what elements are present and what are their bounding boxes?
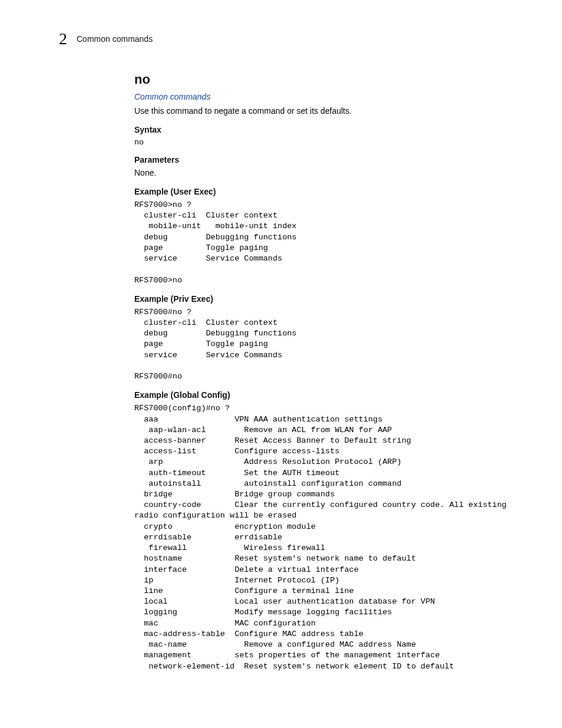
syntax-text: no xyxy=(134,138,511,147)
page-header: 2 Common commands xyxy=(59,29,515,48)
breadcrumb-link[interactable]: Common commands xyxy=(134,92,511,101)
command-title: no xyxy=(134,72,511,87)
example-global-config-heading: Example (Global Config) xyxy=(134,390,511,400)
chapter-number: 2 xyxy=(59,29,67,48)
page-content: no Common commands Use this command to n… xyxy=(134,72,511,672)
chapter-title: Common commands xyxy=(77,34,153,44)
example-global-config-code: RFS7000(config)#no ? aaa VPN AAA authent… xyxy=(134,403,511,671)
syntax-heading: Syntax xyxy=(134,125,511,134)
example-user-exec-code: RFS7000>no ? cluster-cli Cluster context… xyxy=(134,200,511,286)
example-user-exec-heading: Example (User Exec) xyxy=(134,187,511,196)
command-description: Use this command to negate a command or … xyxy=(134,106,511,116)
example-priv-exec-heading: Example (Priv Exec) xyxy=(134,294,511,304)
parameters-text: None. xyxy=(134,168,511,177)
parameters-heading: Parameters xyxy=(134,155,511,164)
example-priv-exec-code: RFS7000#no ? cluster-cli Cluster context… xyxy=(134,307,511,383)
